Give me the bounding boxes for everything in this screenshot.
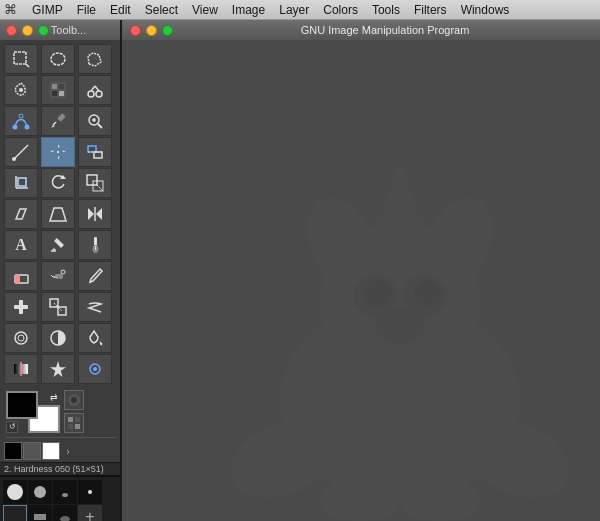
svg-rect-49 (94, 237, 97, 246)
svg-marker-28 (50, 150, 57, 152)
menu-image[interactable]: Image (225, 0, 272, 20)
crop-tool[interactable] (4, 168, 38, 198)
scissors-tool[interactable] (78, 75, 112, 105)
tool-grid: A (0, 40, 121, 388)
toolbox-window: Toolb... (0, 20, 122, 521)
brush-info-bar: 2. Hardness 050 (51×51) (0, 462, 121, 475)
brush-4[interactable] (78, 480, 102, 504)
paths-tool[interactable] (4, 106, 38, 136)
heal-tool[interactable] (4, 292, 38, 322)
svg-point-78 (62, 493, 68, 497)
ink-tool[interactable] (78, 261, 112, 291)
color-picker-tool[interactable] (41, 106, 75, 136)
pencil-tool[interactable] (41, 230, 75, 260)
svg-rect-74 (68, 424, 73, 429)
svg-rect-32 (94, 152, 102, 158)
toolbox-titlebar: Toolb... (0, 20, 122, 40)
brush-6[interactable] (28, 505, 52, 521)
menu-layer[interactable]: Layer (272, 0, 316, 20)
svg-rect-36 (18, 178, 26, 186)
swap-colors-button[interactable]: ⇄ (48, 391, 60, 403)
svg-marker-47 (52, 248, 56, 250)
extra-tool[interactable] (78, 354, 112, 384)
menu-colors[interactable]: Colors (316, 0, 365, 20)
menu-tools[interactable]: Tools (365, 0, 407, 20)
bucket-fill-tool[interactable] (78, 323, 112, 353)
ellipse-select-tool[interactable] (41, 44, 75, 74)
perspective-tool[interactable] (41, 199, 75, 229)
scale-tool[interactable] (78, 168, 112, 198)
mybrush-tool[interactable] (41, 354, 75, 384)
svg-rect-46 (54, 238, 64, 248)
menu-select[interactable]: Select (138, 0, 185, 20)
color-indicator-area: ↺ ⇄ (0, 388, 121, 435)
brush-mode-indicator[interactable] (64, 390, 84, 410)
rotate-tool[interactable] (41, 168, 75, 198)
palette-gray[interactable] (23, 442, 41, 460)
svg-line-11 (91, 86, 95, 91)
text-tool-label: A (15, 236, 27, 254)
fuzzy-select-tool[interactable] (4, 75, 38, 105)
rectangle-select-tool[interactable] (4, 44, 38, 74)
reset-colors-button[interactable]: ↺ (6, 421, 18, 433)
menu-filters[interactable]: Filters (407, 0, 454, 20)
eraser-tool[interactable] (4, 261, 38, 291)
dodge-burn-tool[interactable] (41, 323, 75, 353)
brush-3[interactable] (53, 480, 77, 504)
free-select-tool[interactable] (78, 44, 112, 74)
brush-5-selected[interactable] (3, 505, 27, 521)
main-maximize-button[interactable] (162, 25, 173, 36)
brush-2[interactable] (28, 480, 52, 504)
add-brush-button[interactable]: + (78, 505, 102, 521)
smudge-tool[interactable] (78, 292, 112, 322)
menu-windows[interactable]: Windows (454, 0, 517, 20)
shear-tool[interactable] (4, 199, 38, 229)
svg-point-57 (61, 270, 65, 274)
svg-line-56 (51, 275, 53, 277)
menu-file[interactable]: File (70, 0, 103, 20)
palette-scroll[interactable]: › (61, 444, 75, 458)
svg-point-64 (18, 335, 24, 341)
svg-rect-59 (14, 305, 28, 309)
airbrush-tool[interactable] (41, 261, 75, 291)
zoom-tool[interactable] (78, 106, 112, 136)
foreground-color-swatch[interactable] (6, 391, 38, 419)
move-tool[interactable] (41, 137, 75, 167)
menu-gimp[interactable]: GIMP (25, 0, 70, 20)
svg-marker-29 (59, 150, 66, 152)
svg-point-69 (93, 367, 97, 371)
svg-point-82 (60, 516, 70, 521)
svg-rect-5 (52, 84, 57, 89)
svg-rect-72 (68, 417, 73, 422)
main-canvas-area[interactable] (122, 40, 600, 521)
paintbrush-tool[interactable] (78, 230, 112, 260)
svg-point-14 (25, 125, 30, 130)
svg-rect-6 (59, 84, 64, 89)
convolve-tool[interactable] (4, 323, 38, 353)
brush-1[interactable] (3, 480, 27, 504)
toolbox-close-button[interactable] (6, 25, 17, 36)
blend-tool[interactable] (4, 354, 38, 384)
svg-point-71 (71, 397, 77, 403)
menu-edit[interactable]: Edit (103, 0, 138, 20)
brush-7[interactable] (53, 505, 77, 521)
palette-black[interactable] (4, 442, 22, 460)
svg-rect-30 (57, 151, 59, 153)
main-close-button[interactable] (130, 25, 141, 36)
menu-view[interactable]: View (185, 0, 225, 20)
apple-menu[interactable]: ⌘ (4, 2, 17, 17)
palette-white[interactable] (42, 442, 60, 460)
main-minimize-button[interactable] (146, 25, 157, 36)
svg-point-90 (414, 279, 442, 307)
text-tool[interactable]: A (4, 230, 38, 260)
flip-tool[interactable] (78, 199, 112, 229)
pattern-indicator[interactable] (64, 413, 84, 433)
svg-point-89 (364, 279, 392, 307)
align-tool[interactable] (78, 137, 112, 167)
select-by-color-tool[interactable] (41, 75, 75, 105)
main-titlebar: GNU Image Manipulation Program (122, 20, 600, 40)
measure-tool[interactable] (4, 137, 38, 167)
svg-point-25 (12, 157, 16, 161)
clone-tool[interactable] (41, 292, 75, 322)
palette-separator (6, 437, 116, 438)
